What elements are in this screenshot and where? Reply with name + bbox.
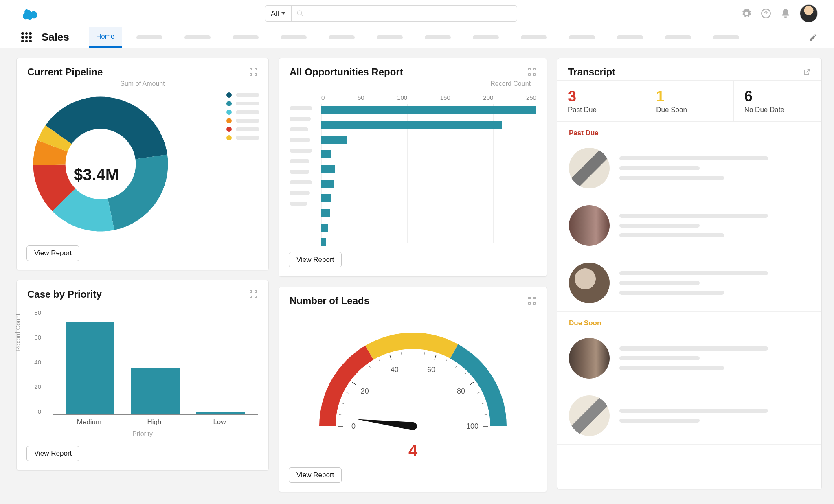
transcript-summary: 3 Past Due 1 Due Soon 6 No Due Date — [557, 80, 821, 122]
view-report-button[interactable]: View Report — [289, 252, 342, 267]
card-case-priority: Case by Priority Record Count 806040200 … — [16, 280, 269, 471]
card-title: Number of Leads — [290, 295, 369, 307]
bell-icon[interactable] — [780, 8, 791, 19]
app-name: Sales — [42, 31, 69, 44]
summary-no-due[interactable]: 6 No Due Date — [734, 81, 821, 121]
transcript-item[interactable] — [557, 254, 821, 312]
card-title: All Opportunities Report — [290, 66, 403, 78]
svg-line-6 — [352, 382, 356, 385]
bars — [321, 106, 536, 246]
dashboard: Current Pipeline Sum of Amount $3.4M Vie… — [0, 48, 834, 502]
user-avatar[interactable] — [800, 4, 818, 22]
pipeline-donut-chart: $3.4M — [17, 88, 268, 240]
bars — [53, 309, 258, 415]
summary-due-soon[interactable]: 1 Due Soon — [645, 81, 733, 121]
global-search: All — [265, 5, 517, 22]
tab-placeholder[interactable] — [417, 27, 458, 48]
x-axis-label: Priority — [27, 430, 258, 438]
transcript-item[interactable] — [557, 197, 821, 254]
expand-icon[interactable] — [250, 68, 258, 76]
x-axis-title: Record Count — [279, 80, 547, 88]
help-icon[interactable]: ? — [761, 8, 771, 19]
tab-placeholder[interactable] — [465, 27, 506, 48]
tab-placeholder[interactable] — [129, 27, 170, 48]
view-report-button[interactable]: View Report — [26, 245, 79, 261]
pencil-icon[interactable] — [809, 33, 818, 42]
transcript-item[interactable] — [557, 330, 821, 387]
tab-placeholder[interactable] — [177, 27, 218, 48]
svg-line-12 — [470, 382, 474, 385]
transcript-item[interactable] — [557, 387, 821, 445]
tab-home[interactable]: Home — [89, 27, 122, 48]
section-past-due: Past Due — [557, 122, 821, 140]
search-input[interactable] — [292, 6, 517, 21]
svg-point-0 — [297, 11, 302, 15]
svg-line-24 — [424, 352, 425, 355]
item-thumb — [569, 338, 610, 379]
svg-text:60: 60 — [427, 366, 435, 374]
svg-line-26 — [456, 366, 457, 368]
svg-line-20 — [369, 366, 371, 368]
tab-placeholder[interactable] — [369, 27, 410, 48]
svg-line-16 — [339, 414, 341, 415]
transcript-item[interactable] — [557, 140, 821, 197]
tab-placeholder[interactable] — [610, 27, 650, 48]
gauge-svg: 020406080100 — [307, 316, 519, 438]
dash-col-1: Current Pipeline Sum of Amount $3.4M Vie… — [16, 58, 269, 471]
svg-text:80: 80 — [457, 387, 465, 395]
hbar-row-labels — [290, 92, 321, 243]
card-title: Transcript — [568, 66, 615, 78]
svg-line-17 — [342, 403, 344, 404]
leads-gauge-chart: 020406080100 4 — [279, 309, 547, 462]
tab-placeholder[interactable] — [514, 27, 554, 48]
donut-center-value: $3.4M — [74, 166, 119, 184]
svg-line-19 — [360, 373, 362, 375]
app-launcher-icon[interactable] — [21, 32, 32, 43]
svg-text:20: 20 — [361, 387, 369, 395]
view-report-button[interactable]: View Report — [26, 446, 79, 461]
svg-line-10 — [435, 355, 436, 359]
open-external-icon[interactable] — [803, 68, 811, 76]
view-report-button[interactable]: View Report — [289, 467, 342, 483]
search-scope-dropdown[interactable]: All — [265, 6, 292, 21]
tab-placeholder[interactable] — [658, 27, 698, 48]
gear-icon[interactable] — [741, 8, 752, 19]
card-transcript: Transcript 3 Past Due 1 Due Soon 6 No Du… — [557, 58, 822, 489]
tab-placeholder[interactable] — [321, 27, 362, 48]
item-thumb — [569, 205, 610, 246]
svg-line-18 — [346, 392, 348, 393]
tab-placeholder[interactable] — [706, 27, 746, 48]
svg-text:?: ? — [764, 10, 768, 17]
tab-placeholder[interactable] — [562, 27, 602, 48]
svg-line-1 — [301, 14, 303, 16]
global-header: All ? — [0, 0, 834, 27]
expand-icon[interactable] — [528, 68, 536, 76]
svg-text:100: 100 — [466, 422, 478, 430]
tab-placeholder[interactable] — [225, 27, 266, 48]
dash-col-2: All Opportunities Report Record Count 05… — [279, 58, 547, 492]
item-thumb — [569, 148, 610, 188]
priority-bar-chart: Record Count 806040200 MediumHighLow Pri… — [17, 302, 268, 440]
search-scope-label: All — [271, 9, 279, 18]
salesforce-logo-icon — [23, 7, 41, 20]
past-due-label: Past Due — [568, 106, 634, 114]
chevron-down-icon — [281, 12, 285, 15]
y-axis-label: Record Count — [14, 313, 21, 351]
opps-hbar-chart: 050100150200250 — [279, 88, 547, 246]
expand-icon[interactable] — [250, 290, 258, 298]
summary-past-due[interactable]: 3 Past Due — [557, 81, 645, 121]
x-axis-categories: MediumHighLow — [65, 415, 258, 426]
tab-placeholder[interactable] — [273, 27, 314, 48]
svg-line-21 — [379, 359, 380, 362]
due-soon-label: Due Soon — [656, 106, 722, 114]
svg-text:40: 40 — [391, 366, 399, 374]
x-axis-ticks: 050100150200250 — [321, 92, 536, 103]
svg-line-30 — [485, 414, 487, 415]
search-icon — [296, 10, 304, 17]
card-opportunities: All Opportunities Report Record Count 05… — [279, 58, 547, 277]
expand-icon[interactable] — [528, 297, 536, 305]
donut-svg — [27, 91, 174, 237]
app-nav: Sales Home — [0, 27, 834, 48]
no-due-label: No Due Date — [744, 106, 811, 114]
chart-legend — [226, 92, 259, 140]
